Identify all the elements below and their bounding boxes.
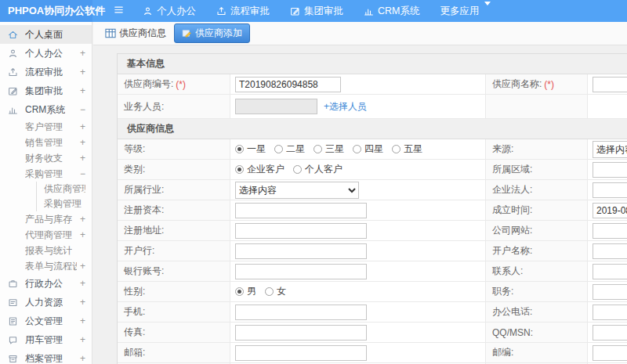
sidebar-item-label: 采购管理 <box>44 197 82 211</box>
nav-item[interactable]: CRM系统 <box>353 0 429 22</box>
text-input[interactable] <box>235 264 367 279</box>
text-input[interactable] <box>593 77 627 92</box>
text-input[interactable] <box>593 284 627 300</box>
text-input[interactable] <box>593 345 627 361</box>
top-navigation-bar: PHPOA协同办公软件 个人办公流程审批集团审批CRM系统更多应用 <box>0 0 627 22</box>
select-input[interactable]: 选择内容 <box>593 141 627 158</box>
sidebar-item[interactable]: 集团审批+ <box>0 81 92 100</box>
form-label: 开户行: <box>118 241 230 261</box>
form-field-cell <box>588 74 627 94</box>
text-input[interactable] <box>593 305 627 320</box>
nav-item[interactable]: 流程审批 <box>206 0 280 22</box>
section-header: 供应商信息 <box>118 119 627 139</box>
expand-toggle[interactable]: − <box>77 104 85 115</box>
upload-icon <box>8 67 20 78</box>
radio-option[interactable] <box>392 145 400 153</box>
form-label: 企业法人: <box>486 180 588 200</box>
required-mark: (*) <box>544 79 554 90</box>
sidebar-item[interactable]: 采购管理− <box>0 166 92 182</box>
sidebar-item[interactable]: 用车管理+ <box>0 330 92 349</box>
radio-option[interactable] <box>235 145 244 153</box>
form-field-cell <box>588 180 627 200</box>
expand-toggle[interactable]: + <box>77 85 85 96</box>
text-input[interactable] <box>235 325 367 341</box>
sidebar-item[interactable]: 个人桌面 <box>0 25 92 44</box>
text-input[interactable] <box>235 305 367 320</box>
sidebar-item[interactable]: 财务收支+ <box>0 150 92 166</box>
text-input[interactable] <box>593 264 627 279</box>
radio-option[interactable] <box>235 287 244 296</box>
choose-person-link[interactable]: +选择人员 <box>324 100 367 114</box>
sidebar-item-label: 个人办公 <box>25 47 63 60</box>
expand-toggle[interactable]: + <box>77 278 85 289</box>
expand-toggle[interactable]: + <box>77 315 85 326</box>
text-input[interactable] <box>235 223 367 239</box>
text-input[interactable] <box>593 182 627 198</box>
tab-supplier-info[interactable]: 供应商信息 <box>105 27 166 40</box>
doc-icon <box>8 315 20 327</box>
expand-toggle[interactable]: − <box>77 168 85 179</box>
nav-item[interactable]: 个人办公 <box>132 0 206 22</box>
nav-item[interactable]: 更多应用 <box>429 0 501 22</box>
tab-supplier-add[interactable]: 供应商添加 <box>174 23 250 43</box>
expand-toggle[interactable]: + <box>77 353 85 364</box>
expand-toggle[interactable]: + <box>77 297 85 308</box>
text-input[interactable] <box>235 203 367 218</box>
sidebar-item[interactable]: 销售管理+ <box>0 135 92 150</box>
sidebar-item-label: 产品与库存 <box>25 213 72 226</box>
text-input[interactable] <box>235 77 341 92</box>
expand-toggle[interactable]: + <box>77 137 85 148</box>
expand-toggle[interactable]: + <box>77 67 85 77</box>
sidebar-item-label: 报表与统计 <box>25 244 72 258</box>
radio-label: 女 <box>277 285 286 298</box>
sidebar-item[interactable]: 采购管理 <box>0 196 92 211</box>
sidebar-item[interactable]: 产品与库存+ <box>0 211 92 227</box>
sidebar-item[interactable]: 个人办公+ <box>0 44 92 63</box>
sidebar-item[interactable]: CRM系统− <box>0 100 92 119</box>
sidebar-item[interactable]: 人力资源+ <box>0 293 92 312</box>
form-field-cell <box>230 343 486 362</box>
radio-option[interactable] <box>353 145 361 153</box>
expand-toggle[interactable]: + <box>77 214 85 225</box>
radio-option[interactable] <box>235 165 244 174</box>
radio-label: 二星 <box>286 142 305 156</box>
readonly-input[interactable] <box>235 99 317 114</box>
form-field-cell <box>588 323 627 342</box>
select-input[interactable]: 选择内容 <box>235 182 359 199</box>
text-input[interactable] <box>593 203 627 218</box>
expand-toggle[interactable]: + <box>77 153 85 164</box>
expand-toggle[interactable]: + <box>77 229 85 240</box>
sidebar-item[interactable]: 行政办公+ <box>0 274 92 293</box>
text-input[interactable] <box>235 345 367 361</box>
main-content: 供应商信息 供应商添加 基本信息供应商编号:(*)供应商名称:(*)业务人员:+… <box>93 22 627 364</box>
expand-toggle[interactable]: + <box>77 261 85 272</box>
sidebar-item[interactable]: 客户管理+ <box>0 119 92 135</box>
sidebar-item-label: 公文管理 <box>25 315 63 328</box>
text-input[interactable] <box>235 243 367 259</box>
menu-toggle-button[interactable] <box>113 4 125 18</box>
expand-toggle[interactable]: + <box>77 334 85 345</box>
sidebar-item[interactable]: 代理商管理+ <box>0 227 92 243</box>
expand-toggle[interactable]: + <box>77 121 85 132</box>
radio-option[interactable] <box>274 145 283 153</box>
sidebar-item[interactable]: 档案管理+ <box>0 349 92 364</box>
radio-option[interactable] <box>293 165 302 174</box>
sidebar-item[interactable]: 表单与流程设置+ <box>0 258 92 274</box>
text-input[interactable] <box>593 243 627 259</box>
text-input[interactable] <box>593 325 627 341</box>
text-input[interactable] <box>593 223 627 239</box>
radio-option[interactable] <box>265 287 274 296</box>
form-label: QQ/MSN: <box>486 323 588 342</box>
form-label: 性别: <box>118 282 230 301</box>
sidebar-item[interactable]: 供应商管理 <box>0 182 92 196</box>
tab-label: 供应商信息 <box>119 27 166 40</box>
sidebar-item[interactable]: 流程审批+ <box>0 63 92 81</box>
radio-option[interactable] <box>314 145 322 153</box>
form-row: 邮箱:邮编: <box>118 343 627 363</box>
expand-toggle[interactable]: + <box>77 48 85 59</box>
nav-item[interactable]: 集团审批 <box>280 0 353 22</box>
text-input[interactable] <box>593 162 627 178</box>
sidebar-item[interactable]: 公文管理+ <box>0 312 92 330</box>
add-edit-icon <box>182 28 192 38</box>
sidebar-item[interactable]: 报表与统计 <box>0 243 92 258</box>
